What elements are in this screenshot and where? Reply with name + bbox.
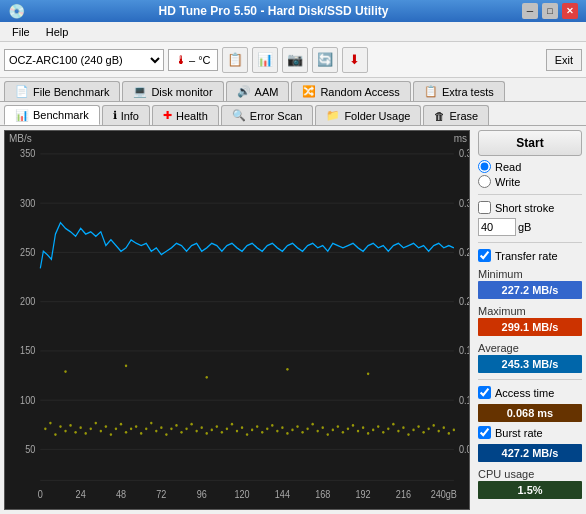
access-time-checkbox[interactable] (478, 386, 491, 399)
tab-disk-monitor[interactable]: 💻 Disk monitor (122, 81, 223, 101)
info-icon: ℹ (113, 109, 117, 122)
tab-erase[interactable]: 🗑 Erase (423, 105, 489, 125)
svg-point-107 (412, 429, 414, 432)
burst-rate-value: 427.2 MB/s (478, 444, 582, 462)
svg-point-95 (352, 424, 354, 427)
svg-text:150: 150 (20, 345, 36, 357)
write-radio[interactable] (478, 175, 491, 188)
svg-point-50 (125, 431, 127, 434)
svg-point-73 (241, 426, 243, 429)
cpu-usage-value: 1.5% (478, 481, 582, 499)
svg-point-103 (392, 423, 394, 426)
short-stroke-row: gB (478, 218, 582, 236)
svg-text:0.25: 0.25 (459, 246, 469, 258)
error-scan-icon: 🔍 (232, 109, 246, 122)
toolbar-icon-2[interactable]: 📊 (252, 47, 278, 73)
menu-file[interactable]: File (4, 24, 38, 40)
divider-1 (478, 194, 582, 195)
erase-icon: 🗑 (434, 110, 445, 122)
benchmark-icon: 📊 (15, 109, 29, 122)
cpu-block: CPU usage 1.5% (478, 468, 582, 499)
tab-folder-usage[interactable]: 📁 Folder Usage (315, 105, 421, 125)
svg-text:72: 72 (156, 488, 166, 500)
toolbar-icon-1[interactable]: 📋 (222, 47, 248, 73)
tab-extra-tests[interactable]: 📋 Extra tests (413, 81, 505, 101)
svg-point-120 (367, 372, 369, 375)
svg-point-79 (271, 424, 273, 427)
svg-text:100: 100 (20, 394, 36, 406)
svg-point-48 (115, 427, 117, 430)
short-stroke-checkbox[interactable] (478, 201, 491, 214)
svg-point-52 (135, 425, 137, 428)
tab-random-access[interactable]: 🔀 Random Access (291, 81, 410, 101)
svg-text:24: 24 (76, 488, 87, 500)
exit-button[interactable]: Exit (546, 49, 582, 71)
svg-text:0: 0 (38, 488, 44, 500)
svg-point-84 (296, 425, 298, 428)
svg-point-118 (206, 376, 208, 379)
tab-benchmark[interactable]: 📊 Benchmark (4, 105, 100, 125)
maximum-block: Maximum 299.1 MB/s (478, 305, 582, 336)
extra-tests-icon: 📋 (424, 85, 438, 98)
svg-text:0.05: 0.05 (459, 443, 469, 455)
svg-point-110 (427, 427, 429, 430)
tab-aam[interactable]: 🔊 AAM (226, 81, 290, 101)
svg-point-49 (120, 423, 122, 426)
tab-health[interactable]: ✚ Health (152, 105, 219, 125)
svg-text:216: 216 (396, 488, 411, 500)
divider-3 (478, 379, 582, 380)
menu-help[interactable]: Help (38, 24, 77, 40)
svg-point-45 (100, 430, 102, 433)
transfer-rate-label[interactable]: Transfer rate (478, 249, 582, 262)
minimum-value: 227.2 MB/s (478, 281, 582, 299)
svg-point-56 (155, 430, 157, 433)
svg-point-69 (221, 431, 223, 434)
svg-point-87 (311, 423, 313, 426)
window-controls: ─ □ ✕ (522, 3, 578, 19)
toolbar-icon-5[interactable]: ⬇ (342, 47, 368, 73)
svg-point-59 (170, 427, 172, 430)
svg-point-104 (397, 430, 399, 433)
menu-bar: File Help (0, 22, 586, 42)
tab-info[interactable]: ℹ Info (102, 105, 150, 125)
read-radio-label[interactable]: Read (478, 160, 582, 173)
gb-label: gB (518, 221, 531, 233)
svg-point-80 (276, 430, 278, 433)
svg-point-108 (417, 425, 419, 428)
svg-text:0.10: 0.10 (459, 394, 469, 406)
svg-point-119 (286, 368, 288, 371)
short-stroke-spinbox[interactable] (478, 218, 516, 236)
svg-point-97 (362, 426, 364, 429)
svg-text:50: 50 (25, 443, 36, 455)
svg-point-43 (90, 427, 92, 430)
svg-point-102 (387, 427, 389, 430)
svg-point-85 (301, 431, 303, 434)
disk-selector[interactable]: OCZ-ARC100 (240 gB) (4, 49, 164, 71)
short-stroke-label[interactable]: Short stroke (478, 201, 582, 214)
maximize-button[interactable]: □ (542, 3, 558, 19)
svg-point-66 (206, 432, 208, 435)
svg-point-101 (382, 431, 384, 434)
start-button[interactable]: Start (478, 130, 582, 156)
transfer-rate-checkbox[interactable] (478, 249, 491, 262)
toolbar-icon-4[interactable]: 🔄 (312, 47, 338, 73)
svg-point-78 (266, 427, 268, 430)
close-button[interactable]: ✕ (562, 3, 578, 19)
svg-point-40 (74, 431, 76, 434)
minimize-button[interactable]: ─ (522, 3, 538, 19)
svg-point-99 (372, 429, 374, 432)
tab-error-scan[interactable]: 🔍 Error Scan (221, 105, 314, 125)
write-radio-label[interactable]: Write (478, 175, 582, 188)
average-block: Average 245.3 MB/s (478, 342, 582, 373)
tab-file-benchmark[interactable]: 📄 File Benchmark (4, 81, 120, 101)
burst-rate-checkbox[interactable] (478, 426, 491, 439)
svg-point-82 (286, 432, 288, 435)
svg-text:300: 300 (20, 197, 36, 209)
access-time-label[interactable]: Access time (478, 386, 582, 399)
random-access-icon: 🔀 (302, 85, 316, 98)
svg-point-42 (84, 432, 86, 435)
read-radio[interactable] (478, 160, 491, 173)
burst-rate-label[interactable]: Burst rate (478, 426, 582, 439)
svg-text:0.30: 0.30 (459, 197, 469, 209)
toolbar-icon-3[interactable]: 📷 (282, 47, 308, 73)
